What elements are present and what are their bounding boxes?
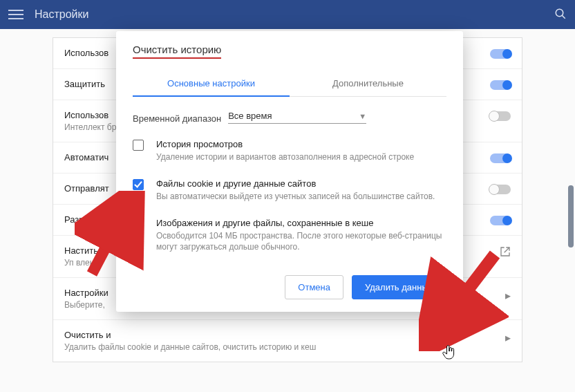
cancel-button[interactable]: Отмена [285, 275, 343, 299]
toggle-switch[interactable] [490, 153, 511, 163]
external-link-icon[interactable] [500, 246, 511, 260]
option-title: История просмотров [156, 139, 414, 149]
dialog-title: Очистить историю [133, 44, 221, 55]
time-range-label: Временной диапазон [133, 113, 221, 124]
chevron-right-icon[interactable]: ▸ [505, 289, 511, 302]
dialog-tabs: Основные настройки Дополнительные [133, 71, 446, 97]
page-title: Настройки [35, 8, 88, 21]
chevron-right-icon[interactable]: ▸ [505, 331, 511, 344]
option-subtitle: Освободится 104 МБ пространства. После э… [156, 230, 446, 254]
title-underline [133, 57, 221, 59]
svg-line-1 [562, 15, 565, 19]
clear-data-button[interactable]: Удалить данные [352, 275, 446, 299]
time-range-value: Все время [228, 111, 272, 121]
toggle-switch[interactable] [490, 185, 511, 194]
settings-row[interactable]: Очистить иУдалить файлы cookie и данные … [53, 319, 522, 362]
option-title: Файлы cookie и другие данные сайтов [156, 178, 435, 189]
svg-point-0 [556, 9, 563, 17]
option-subtitle: Удаление истории и вариантов автозаполне… [156, 151, 414, 163]
tab-advanced[interactable]: Дополнительные [290, 71, 446, 96]
option-subtitle: Вы автоматически выйдете из учетных запи… [156, 191, 435, 203]
scrollbar-thumb[interactable] [568, 185, 574, 248]
toggle-switch[interactable] [490, 216, 511, 225]
checkbox[interactable] [133, 179, 144, 190]
time-range-select[interactable]: Все время ▼ [228, 109, 366, 124]
clear-history-dialog: Очистить историю Основные настройки Допо… [116, 31, 463, 312]
toggle-switch[interactable] [490, 49, 511, 59]
search-icon[interactable] [554, 8, 567, 22]
clear-option: Изображения и другие файлы, сохраненные … [133, 218, 446, 254]
clear-option: Файлы cookie и другие данные сайтовВы ав… [133, 178, 446, 203]
checkbox[interactable] [133, 218, 144, 230]
row-subtitle: Удалить файлы cookie и данные сайтов, оч… [64, 342, 505, 352]
app-header: Настройки [0, 0, 575, 29]
row-title: Очистить и [64, 330, 505, 340]
checkbox[interactable] [133, 140, 144, 151]
clear-option: История просмотровУдаление истории и вар… [133, 139, 446, 163]
toggle-switch[interactable] [490, 111, 511, 121]
toggle-switch[interactable] [490, 80, 511, 90]
dropdown-caret-icon: ▼ [359, 112, 366, 120]
option-title: Изображения и другие файлы, сохраненные … [156, 218, 446, 228]
menu-icon[interactable] [8, 7, 23, 22]
tab-basic[interactable]: Основные настройки [133, 71, 290, 97]
